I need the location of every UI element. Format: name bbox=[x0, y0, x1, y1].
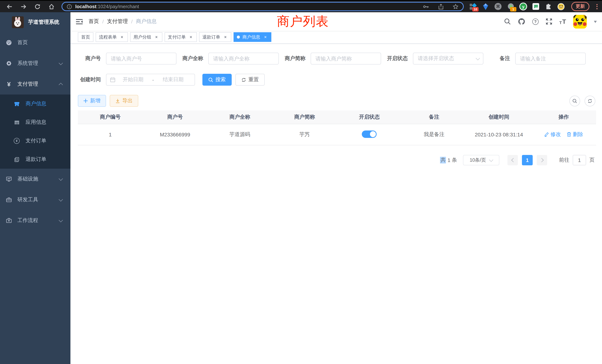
chrome-update-button[interactable]: 更新 bbox=[571, 2, 589, 11]
sidebar-item-refund-order[interactable]: 退款订单 bbox=[0, 150, 70, 169]
tag-process-form[interactable]: 流程表单× bbox=[96, 32, 128, 42]
short-name-input[interactable] bbox=[311, 53, 381, 64]
browser-back-button[interactable] bbox=[5, 2, 13, 11]
sidebar-item-home[interactable]: 首页 bbox=[0, 32, 70, 53]
extension-command-icon[interactable]: ⌘ bbox=[494, 3, 502, 10]
user-avatar[interactable] bbox=[573, 15, 587, 28]
create-time-range-picker[interactable]: 开始日期 - 结束日期 bbox=[106, 74, 195, 86]
tag-pay-order[interactable]: 支付订单× bbox=[165, 32, 197, 42]
tag-refund-order[interactable]: 退款订单× bbox=[199, 32, 231, 42]
search-button[interactable]: 搜索 bbox=[202, 74, 232, 86]
site-info-icon[interactable] bbox=[67, 4, 72, 9]
sidebar-item-merchant-info[interactable]: 商户信息 bbox=[0, 95, 70, 113]
close-icon[interactable]: × bbox=[188, 34, 194, 40]
sidebar-item-workflow[interactable]: 工作流程 bbox=[0, 210, 70, 231]
create-time-label: 创建时间 bbox=[78, 76, 101, 83]
status-label: 开启状态 bbox=[385, 55, 408, 62]
password-key-icon[interactable] bbox=[423, 3, 429, 10]
chevron-down-icon bbox=[489, 158, 493, 162]
add-button[interactable]: 新增 bbox=[78, 95, 106, 107]
sidebar-collapse-icon[interactable] bbox=[76, 19, 83, 24]
delete-link[interactable]: 删除 bbox=[567, 131, 583, 138]
close-icon[interactable]: × bbox=[263, 34, 268, 40]
table-row: 1 M233666999 芋道源码 芋艿 我是备注 2021-10-23 08:… bbox=[78, 124, 596, 145]
close-icon[interactable]: × bbox=[119, 34, 125, 40]
breadcrumb-home[interactable]: 首页 bbox=[89, 18, 99, 25]
share-icon[interactable] bbox=[438, 3, 444, 10]
github-icon[interactable] bbox=[518, 18, 525, 25]
tag-user-group[interactable]: 用户分组× bbox=[130, 32, 162, 42]
extension-gem-icon[interactable] bbox=[482, 3, 489, 10]
prev-page-button[interactable] bbox=[507, 155, 518, 165]
yen-circle-icon: ¥ bbox=[14, 138, 20, 144]
close-icon[interactable]: × bbox=[223, 34, 228, 40]
header-search-icon[interactable] bbox=[504, 18, 511, 25]
status-toggle[interactable] bbox=[362, 130, 377, 138]
cell-full-name: 芋道源码 bbox=[207, 124, 272, 145]
help-icon[interactable]: ? bbox=[532, 18, 539, 25]
browser-menu-icon[interactable] bbox=[596, 4, 598, 9]
fullscreen-icon[interactable] bbox=[546, 18, 552, 25]
tags-view: 首页 流程表单× 用户分组× 支付订单× 退款订单× 商户信息× bbox=[70, 31, 602, 44]
merchant-no-input[interactable] bbox=[106, 53, 176, 64]
sidebar-item-payment[interactable]: ¥ 支付管理 bbox=[0, 74, 70, 95]
browser-profile-avatar[interactable] bbox=[557, 3, 565, 10]
document-copy-icon bbox=[14, 156, 20, 162]
extension-badge: 10 bbox=[472, 7, 479, 11]
close-icon[interactable]: × bbox=[154, 34, 159, 40]
font-size-icon[interactable]: TT bbox=[559, 18, 566, 25]
reset-button[interactable]: 重置 bbox=[235, 74, 265, 86]
edit-link[interactable]: 修改 bbox=[544, 131, 561, 138]
browser-home-button[interactable] bbox=[47, 2, 56, 11]
tag-home[interactable]: 首页 bbox=[78, 32, 93, 42]
breadcrumb-current: 商户信息 bbox=[136, 18, 157, 25]
extension-grid-diamond-icon[interactable]: 10 bbox=[469, 3, 477, 10]
browser-reload-button[interactable] bbox=[33, 2, 42, 11]
table-header-row: 商户编号 商户号 商户全称 商户简称 开启状态 备注 创建时间 操作 bbox=[78, 110, 596, 124]
col-merchant-no: 商户号 bbox=[143, 110, 208, 124]
col-status: 开启状态 bbox=[337, 110, 402, 124]
extension-yuque-icon[interactable]: y bbox=[519, 3, 527, 10]
breadcrumb-payment[interactable]: 支付管理 bbox=[107, 18, 128, 25]
extensions-puzzle-icon[interactable] bbox=[545, 3, 552, 10]
page-number-button[interactable]: 1 bbox=[522, 155, 533, 165]
extension-chat-icon[interactable] bbox=[532, 3, 540, 10]
shop-icon bbox=[14, 101, 20, 107]
export-button[interactable]: 导出 bbox=[110, 95, 138, 107]
sidebar-item-infrastructure[interactable]: 基础设施 bbox=[0, 169, 70, 189]
status-select[interactable]: 请选择开启状态 bbox=[413, 53, 483, 64]
col-actions: 操作 bbox=[531, 110, 596, 124]
chevron-down-icon bbox=[59, 176, 63, 181]
table-grid-icon bbox=[14, 119, 20, 125]
download-icon bbox=[115, 98, 120, 103]
browser-forward-button[interactable] bbox=[19, 2, 27, 11]
next-page-button[interactable] bbox=[537, 155, 547, 165]
sidebar-menu: 首页 系统管理 ¥ 支付管理 bbox=[0, 32, 70, 231]
edit-pencil-icon bbox=[544, 132, 549, 137]
cell-create-time: 2021-10-23 08:31:14 bbox=[466, 124, 531, 145]
page-size-select[interactable]: 10条/页 bbox=[463, 155, 499, 165]
sidebar-item-pay-order[interactable]: ¥ 支付订单 bbox=[0, 132, 70, 150]
app-title: 芋道管理系统 bbox=[28, 19, 59, 26]
goto-page-input[interactable] bbox=[573, 155, 586, 165]
cell-remark: 我是备注 bbox=[402, 124, 467, 145]
extension-circle-dot-icon[interactable]: 1 bbox=[507, 3, 515, 10]
refresh-table-button[interactable] bbox=[585, 96, 595, 106]
show-search-toggle-button[interactable] bbox=[569, 96, 580, 106]
col-full-name: 商户全称 bbox=[207, 110, 272, 124]
sidebar-item-system[interactable]: 系统管理 bbox=[0, 53, 70, 74]
avatar-caret-icon[interactable] bbox=[594, 21, 597, 24]
url-bar[interactable]: localhost:1024/pay/merchant bbox=[62, 2, 464, 11]
chevron-down-icon bbox=[59, 61, 63, 65]
short-name-label: 商户简称 bbox=[282, 55, 305, 62]
bookmark-star-icon[interactable] bbox=[453, 3, 459, 10]
date-separator: - bbox=[151, 77, 155, 83]
col-short-name: 商户简称 bbox=[272, 110, 337, 124]
remark-input[interactable] bbox=[515, 53, 586, 64]
sidebar-item-dev-tools[interactable]: 研发工具 bbox=[0, 189, 70, 210]
merchant-no-label: 商户号 bbox=[78, 55, 101, 62]
sidebar-logo[interactable]: 芋道管理系统 bbox=[0, 12, 70, 32]
sidebar-item-app-info[interactable]: 应用信息 bbox=[0, 113, 70, 132]
tag-merchant-info[interactable]: 商户信息× bbox=[234, 32, 271, 42]
full-name-input[interactable] bbox=[208, 53, 279, 64]
